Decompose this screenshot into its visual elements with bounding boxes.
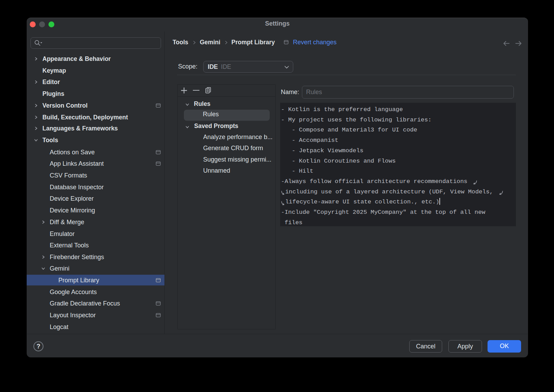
svg-text:?: ?: [37, 343, 41, 350]
